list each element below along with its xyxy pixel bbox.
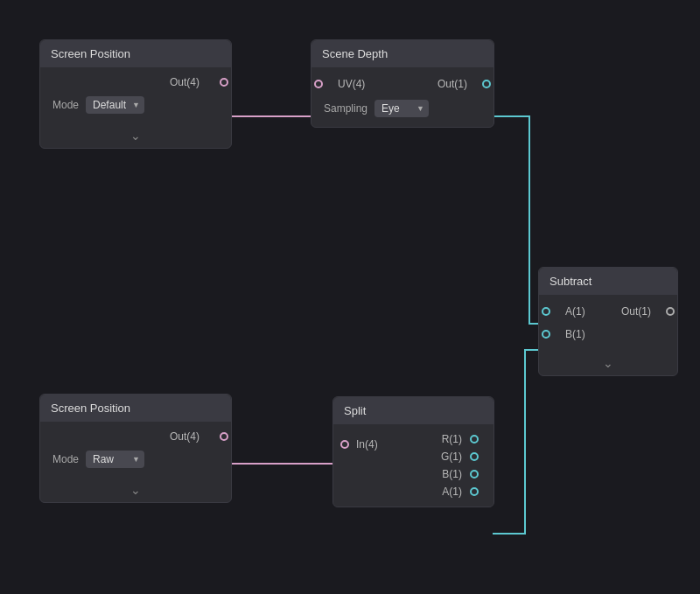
uv-out-row: UV(4) Out(1) bbox=[318, 73, 486, 95]
node-title-subtract: Subtract bbox=[550, 275, 592, 288]
chevron-icon-2: ⌄ bbox=[130, 483, 141, 497]
a-out-row: A(1) Out(1) bbox=[546, 300, 670, 323]
node-footer-1[interactable]: ⌄ bbox=[40, 123, 231, 148]
split-a-label: A(1) bbox=[442, 486, 462, 498]
subtract-out-label: Out(1) bbox=[621, 305, 651, 318]
node-header-split: Split bbox=[333, 397, 494, 424]
split-a-port[interactable] bbox=[470, 487, 479, 496]
out4-port-2[interactable] bbox=[220, 432, 228, 441]
output-row-out4: Out(4) bbox=[47, 73, 224, 92]
split-g-label: G(1) bbox=[441, 451, 462, 463]
chevron-icon-1: ⌄ bbox=[130, 129, 141, 143]
sampling-label: Sampling bbox=[324, 102, 368, 115]
mode-select-wrapper-2[interactable]: Default Raw Center Tiled bbox=[86, 451, 144, 468]
split-b-label: B(1) bbox=[442, 468, 462, 480]
split-in-port[interactable] bbox=[340, 440, 349, 449]
node-header-scene-depth: Scene Depth bbox=[312, 40, 494, 67]
node-header-screen-position-2: Screen Position bbox=[40, 395, 231, 422]
split-g-port[interactable] bbox=[470, 452, 479, 461]
node-title: Screen Position bbox=[51, 47, 130, 60]
screen-position-node-1: Screen Position Out(4) Mode Default Raw … bbox=[39, 39, 232, 149]
mode-select-1[interactable]: Default Raw Center Tiled bbox=[86, 96, 144, 114]
subtract-out-port[interactable] bbox=[666, 307, 675, 316]
node-footer-2[interactable]: ⌄ bbox=[40, 478, 231, 502]
uv-input-port[interactable] bbox=[314, 80, 323, 88]
node-header-screen-position-1: Screen Position bbox=[40, 40, 231, 67]
subtract-b-label: B(1) bbox=[565, 328, 585, 340]
scene-depth-out-label: Out(1) bbox=[438, 78, 467, 90]
mode-field: Mode Default Raw Center Tiled bbox=[47, 92, 224, 118]
uv-label: UV(4) bbox=[338, 78, 365, 90]
out4-label: Out(4) bbox=[170, 76, 200, 88]
b-row: B(1) bbox=[546, 323, 670, 346]
split-r-port[interactable] bbox=[470, 435, 479, 444]
subtract-b-port[interactable] bbox=[542, 330, 550, 339]
mode-select-2[interactable]: Default Raw Center Tiled bbox=[86, 451, 144, 468]
split-node: Split In(4) R(1) G(1) B(1) bbox=[332, 396, 494, 507]
sampling-select-wrapper[interactable]: Eye Linear Raw bbox=[374, 100, 429, 117]
sampling-select[interactable]: Eye Linear Raw bbox=[374, 100, 429, 117]
scene-depth-out-port[interactable] bbox=[482, 80, 491, 88]
scene-depth-node: Scene Depth UV(4) Out(1) Sampling Eye Li… bbox=[311, 39, 494, 128]
mode-select-wrapper[interactable]: Default Raw Center Tiled bbox=[86, 96, 144, 114]
node-title-2: Screen Position bbox=[51, 402, 130, 415]
node-footer-subtract[interactable]: ⌄ bbox=[539, 351, 677, 375]
mode-label-2: Mode bbox=[52, 453, 79, 465]
chevron-icon-subtract: ⌄ bbox=[603, 356, 613, 370]
node-title-scene-depth: Scene Depth bbox=[322, 47, 388, 60]
subtract-node: Subtract A(1) Out(1) B(1) ⌄ bbox=[538, 267, 678, 376]
output-row-out4-2: Out(4) bbox=[47, 427, 224, 446]
subtract-a-port[interactable] bbox=[542, 307, 550, 316]
split-in-label: In(4) bbox=[356, 438, 378, 451]
out4-port[interactable] bbox=[220, 78, 228, 87]
split-r-label: R(1) bbox=[442, 433, 462, 445]
node-header-subtract: Subtract bbox=[539, 268, 677, 295]
split-b-port[interactable] bbox=[470, 470, 479, 479]
node-title-split: Split bbox=[344, 404, 366, 417]
mode-label: Mode bbox=[52, 99, 79, 111]
out4-label-2: Out(4) bbox=[170, 430, 200, 443]
mode-field-2: Mode Default Raw Center Tiled bbox=[47, 446, 224, 472]
subtract-a-label: A(1) bbox=[565, 305, 585, 318]
screen-position-node-2: Screen Position Out(4) Mode Default Raw … bbox=[39, 394, 232, 503]
sampling-field: Sampling Eye Linear Raw bbox=[318, 95, 486, 122]
